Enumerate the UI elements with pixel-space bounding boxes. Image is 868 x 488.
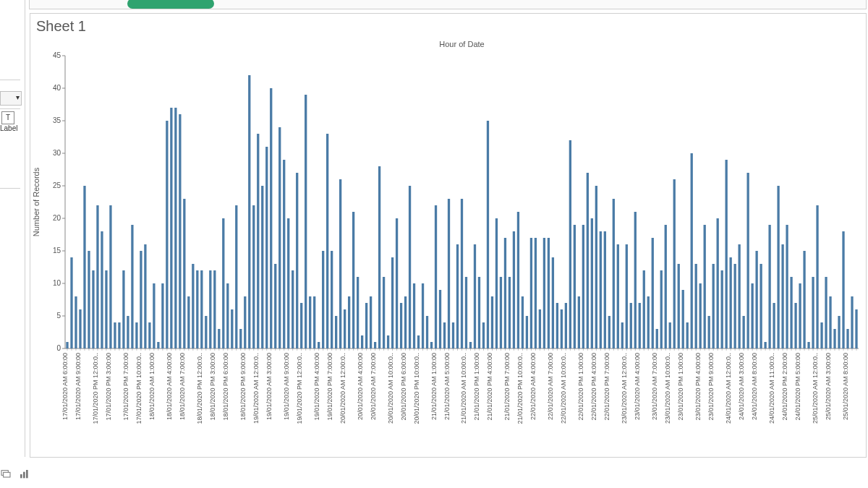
svg-text:22/01/2020 AM 4:00:00: 22/01/2020 AM 4:00:00 (529, 353, 537, 420)
svg-rect-120 (482, 322, 485, 348)
svg-rect-74 (283, 160, 285, 348)
svg-rect-64 (239, 329, 242, 348)
svg-rect-445 (4, 472, 10, 477)
dropdown-button[interactable]: ▾ (0, 91, 22, 106)
svg-text:17/01/2020 PM 3:00:00: 17/01/2020 PM 3:00:00 (105, 353, 112, 421)
svg-rect-144 (587, 173, 589, 348)
svg-text:17/01/2020 AM 9:00:00: 17/01/2020 AM 9:00:00 (75, 353, 82, 420)
svg-text:21/01/2020 PM 4:00:00: 21/01/2020 PM 4:00:00 (486, 353, 493, 421)
svg-rect-179 (739, 244, 741, 348)
sheet-title: Sheet 1 (36, 18, 86, 35)
svg-text:18/01/2020 PM 3:00:00: 18/01/2020 PM 3:00:00 (209, 353, 216, 421)
svg-rect-71 (270, 88, 272, 348)
svg-rect-33 (105, 270, 107, 348)
svg-rect-90 (352, 212, 354, 348)
new-sheet-icon[interactable] (19, 468, 30, 480)
svg-rect-151 (617, 244, 619, 348)
svg-rect-45 (157, 342, 159, 348)
svg-text:21/01/2020 AM 5:00:00: 21/01/2020 AM 5:00:00 (443, 353, 451, 420)
data-source-icon[interactable] (0, 468, 12, 480)
svg-rect-79 (305, 95, 307, 348)
svg-rect-132 (535, 238, 537, 348)
svg-rect-149 (608, 316, 610, 348)
svg-text:24/01/2020 PM 5:00:00: 24/01/2020 PM 5:00:00 (794, 353, 801, 421)
svg-rect-187 (773, 303, 775, 348)
svg-rect-203 (842, 231, 844, 348)
svg-text:18/01/2020 PM 6:00:00: 18/01/2020 PM 6:00:00 (222, 353, 229, 421)
svg-rect-112 (448, 199, 450, 348)
svg-rect-91 (357, 277, 359, 348)
svg-text:30: 30 (53, 149, 61, 157)
svg-rect-81 (313, 296, 315, 348)
svg-rect-161 (660, 270, 663, 348)
svg-rect-147 (600, 231, 602, 348)
svg-rect-66 (248, 75, 250, 348)
svg-rect-160 (656, 329, 658, 348)
svg-rect-50 (179, 114, 181, 348)
svg-rect-83 (322, 251, 324, 348)
svg-rect-111 (443, 322, 446, 348)
svg-rect-167 (686, 322, 689, 348)
svg-text:45: 45 (53, 51, 61, 59)
svg-rect-197 (816, 205, 818, 348)
svg-rect-118 (474, 244, 476, 348)
svg-rect-129 (522, 296, 524, 348)
bar-chart: Hour of DateNumber of Records05101520253… (30, 38, 866, 457)
svg-text:23/01/2020 AM 4:00:00: 23/01/2020 AM 4:00:00 (634, 353, 641, 420)
svg-text:21/01/2020 PM 1:00:00: 21/01/2020 PM 1:00:00 (473, 353, 480, 421)
svg-rect-87 (339, 179, 341, 348)
bottom-tab-icons (0, 463, 36, 485)
svg-rect-196 (812, 277, 814, 348)
svg-rect-152 (621, 322, 624, 348)
svg-rect-85 (331, 251, 333, 348)
svg-rect-62 (231, 309, 233, 348)
svg-text:21/01/2020 AM 10:00:0..: 21/01/2020 AM 10:00:0.. (460, 353, 467, 424)
svg-rect-122 (491, 296, 493, 348)
svg-rect-69 (261, 186, 263, 348)
svg-text:25/01/2020 AM 8:00:00: 25/01/2020 AM 8:00:00 (842, 353, 849, 420)
svg-rect-165 (678, 264, 680, 348)
svg-rect-170 (699, 283, 702, 348)
svg-rect-119 (478, 277, 480, 348)
svg-rect-198 (820, 322, 822, 348)
svg-rect-98 (387, 335, 389, 348)
svg-rect-123 (495, 218, 498, 348)
svg-rect-181 (746, 173, 749, 348)
svg-rect-49 (174, 108, 176, 348)
label-mark-button[interactable]: T (1, 111, 14, 124)
svg-rect-117 (469, 342, 472, 348)
svg-rect-24 (66, 342, 68, 348)
svg-rect-42 (144, 244, 146, 348)
svg-text:22/01/2020 AM 10:00:0..: 22/01/2020 AM 10:00:0.. (560, 353, 567, 424)
svg-rect-26 (75, 296, 77, 348)
svg-rect-188 (777, 186, 779, 348)
svg-rect-96 (378, 166, 380, 348)
svg-text:24/01/2020 AM 12:00:0..: 24/01/2020 AM 12:00:0.. (725, 353, 732, 424)
field-pill[interactable] (127, 0, 214, 9)
svg-rect-180 (742, 316, 744, 348)
svg-rect-43 (148, 322, 150, 348)
svg-rect-175 (721, 270, 723, 348)
svg-rect-106 (422, 283, 424, 348)
svg-rect-124 (500, 277, 502, 348)
svg-rect-32 (101, 231, 103, 348)
svg-rect-154 (630, 303, 632, 348)
svg-text:23/01/2020 PM 1:00:00: 23/01/2020 PM 1:00:00 (677, 353, 684, 421)
svg-rect-72 (274, 264, 276, 348)
svg-rect-92 (361, 335, 363, 348)
svg-rect-174 (717, 218, 719, 348)
svg-rect-82 (318, 342, 320, 348)
svg-rect-105 (417, 335, 420, 348)
svg-text:40: 40 (53, 84, 61, 92)
svg-rect-141 (574, 225, 576, 348)
svg-rect-171 (704, 225, 706, 348)
svg-rect-140 (569, 140, 571, 348)
svg-text:25: 25 (53, 181, 61, 189)
svg-rect-102 (404, 296, 407, 348)
svg-rect-185 (764, 342, 766, 348)
svg-rect-177 (730, 257, 732, 348)
svg-rect-116 (465, 277, 467, 348)
svg-text:19/01/2020 AM 9:00:00: 19/01/2020 AM 9:00:00 (283, 353, 290, 420)
svg-rect-75 (287, 218, 289, 348)
svg-rect-164 (673, 179, 676, 348)
